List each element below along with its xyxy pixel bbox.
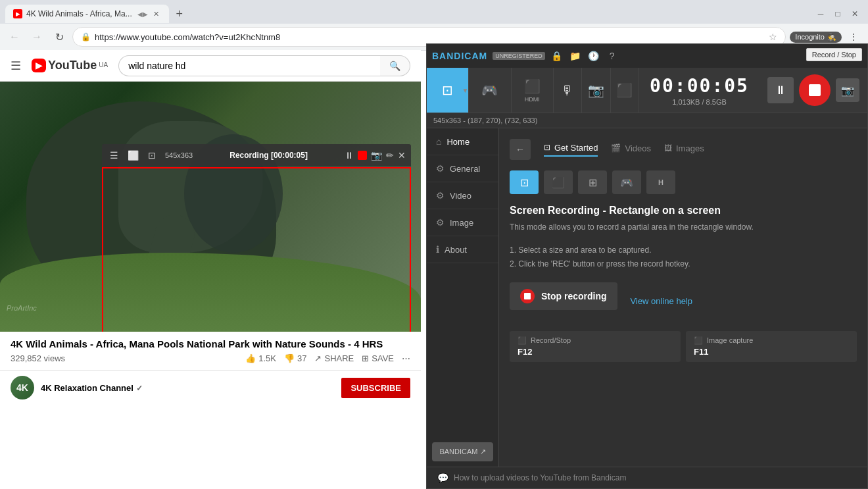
like-count: 1.5K (258, 353, 276, 363)
device-rec-mode-btn[interactable]: ⬛ HDMI (512, 68, 554, 113)
pause-btn[interactable]: ⏸ (767, 77, 794, 103)
nav-about[interactable]: ℹ About (427, 236, 498, 263)
tab-rec-icon: ⊡ (544, 143, 550, 152)
refresh-btn[interactable]: ↻ (50, 28, 68, 46)
url-text: https://www.youtube.com/watch?v=ut2KhcNt… (95, 32, 765, 42)
star-icon[interactable]: ☆ (769, 32, 777, 42)
image-capture-label: ⬛ Image capture (694, 336, 849, 345)
stop-rec-btn[interactable]: Record / Stop (799, 74, 831, 106)
fullscreen-mode-btn[interactable]: ⬛ (544, 170, 573, 194)
storage-btn[interactable]: ⬛ (611, 68, 639, 113)
folder-titlebar-icon[interactable]: 📁 (569, 49, 582, 63)
game-mode-icon: 🎮 (620, 176, 633, 189)
action-row: Stop recording View online help (510, 282, 857, 321)
new-tab-btn[interactable]: + (172, 6, 187, 22)
nav-general[interactable]: ⚙ General (427, 155, 498, 182)
title-bar: ▶ 4K Wild Animals - Africa, Ma... ◀▶ ✕ +… (0, 0, 868, 24)
tab-get-started[interactable]: ⊡ Get Started (544, 143, 598, 157)
frame-icon[interactable]: ⊡ (145, 149, 158, 162)
mic-btn[interactable]: 🎙 (554, 68, 582, 113)
yt-logo[interactable]: ▶ YouTube UA (32, 59, 108, 72)
tab-videos[interactable]: 🎬 Videos (611, 143, 651, 156)
record-stop-hotkey: ⬛ Record/Stop F12 (510, 331, 681, 362)
screen-rec-mode-btn[interactable]: ⊡ ▼ (427, 68, 469, 113)
nav-image-label: Image (450, 218, 473, 228)
nav-image[interactable]: ⚙ Image (427, 209, 498, 236)
save-btn[interactable]: ⊞ SAVE (362, 353, 394, 363)
share-btn[interactable]: ↗ SHARE (314, 353, 354, 363)
back-icon: ← (516, 144, 525, 155)
hdmi-mode-mini-btn[interactable]: H (646, 170, 675, 194)
tab-videos-label: Videos (625, 143, 651, 153)
nav-home[interactable]: ⌂ Home (427, 128, 498, 155)
search-btn[interactable]: 🔍 (380, 55, 410, 76)
minimize-btn[interactable]: ─ (813, 6, 829, 22)
subscribe-btn[interactable]: SUBSCRIBE (341, 378, 410, 398)
nav-video[interactable]: ⚙ Video (427, 182, 498, 209)
titlebar-icons: 🔒 📁 🕐 ? (550, 49, 619, 63)
restore-btn[interactable]: □ (830, 6, 846, 22)
info-bar-text: 545x363 - (187, 270), (732, 633) (433, 116, 537, 124)
rect-mode-btn[interactable]: ⊡ (510, 170, 539, 194)
stop-recording-label: Stop recording (541, 291, 607, 301)
clock-titlebar-icon[interactable]: 🕐 (587, 49, 600, 63)
game-mode-mini-btn[interactable]: 🎮 (612, 170, 641, 194)
lock-icon: 🔒 (81, 32, 91, 41)
video-title: 4K Wild Animals - Africa, Mana Pools Nat… (11, 338, 410, 349)
menu-icon[interactable]: ☰ (107, 149, 121, 162)
close-btn[interactable]: ✕ (847, 6, 863, 22)
image-capture-hotkey: ⬛ Image capture F11 (686, 331, 857, 362)
youtube-page: ☰ ▶ YouTube UA 🔍 ProArtInc ☰ ⬜ ⊡ 545x363… (0, 50, 421, 489)
browser-tab[interactable]: ▶ 4K Wild Animals - Africa, Ma... ◀▶ ✕ (5, 5, 169, 23)
help-titlebar-icon[interactable]: ? (606, 49, 619, 63)
rec-pause-btn[interactable]: ⏸ (345, 150, 354, 161)
view-help-link[interactable]: View online help (631, 296, 692, 306)
like-btn[interactable]: 👍 1.5K (245, 353, 276, 363)
resize-icon[interactable]: ⬜ (125, 149, 141, 162)
bandicam-promote-btn[interactable]: BANDICAM ↗ (432, 442, 493, 461)
tab-get-started-label: Get Started (554, 143, 598, 153)
content-heading: Screen Recording - Rectangle on a screen (510, 205, 857, 217)
game-rec-mode-btn[interactable]: 🎮 (469, 68, 511, 113)
recording-status: Recording [00:00:05] (197, 151, 341, 160)
share-icon: ↗ (314, 353, 322, 363)
dislike-btn[interactable]: 👎 37 (284, 353, 306, 363)
around-mode-btn[interactable]: ⊞ (578, 170, 607, 194)
screenshot-btn[interactable]: 📷 (836, 78, 859, 102)
save-icon: ⊞ (362, 353, 369, 363)
rec-size-label: 545x363 (165, 151, 193, 159)
bandicam-sidebar: ⌂ Home ⚙ General ⚙ Video ⚙ Image ℹ About… (427, 128, 499, 467)
video-area: ProArtInc ☰ ⬜ ⊡ 545x363 Recording [00:00… (0, 82, 421, 332)
home-icon: ⌂ (436, 136, 441, 147)
record-stop-tooltip: Record / Stop (806, 48, 862, 61)
tab-images[interactable]: 🖼 Images (664, 143, 704, 156)
rec-screenshot-btn[interactable]: 📷 (371, 150, 382, 161)
stop-recording-btn[interactable]: Stop recording (510, 282, 617, 310)
fullscreen-icon: ⬛ (552, 176, 565, 189)
tab-audio-icon: ◀▶ (137, 11, 148, 18)
webcam-btn[interactable]: 📷 (582, 68, 610, 113)
share-label: SHARE (324, 353, 354, 363)
hamburger-menu-btn[interactable]: ☰ (11, 59, 21, 73)
rec-pen-btn[interactable]: ✏ (386, 150, 394, 161)
video-actions: 👍 1.5K 👎 37 ↗ SHARE ⊞ SAVE ⋯ (245, 353, 410, 363)
nav-general-label: General (450, 164, 480, 174)
rec-stop-btn[interactable] (358, 151, 367, 160)
channel-row: 4K 4K Relaxation Channel ✓ SUBSCRIBE (0, 370, 421, 405)
record-stop-icon: ⬛ (518, 336, 527, 345)
search-input[interactable] (118, 55, 380, 76)
webcam-icon: 📷 (588, 82, 604, 98)
window-controls: ─ □ ✕ (813, 6, 863, 22)
back-btn[interactable]: ← (5, 28, 24, 46)
more-btn[interactable]: ⋯ (402, 353, 410, 363)
tab-close-btn[interactable]: ✕ (152, 9, 161, 18)
forward-btn[interactable]: → (28, 28, 46, 46)
content-steps: 1. Select a size and area to be captured… (510, 244, 857, 272)
tab-bar: ← ⊡ Get Started 🎬 Videos 🖼 Images (510, 139, 857, 160)
back-arrow-btn[interactable]: ← (510, 139, 531, 160)
lock-titlebar-icon[interactable]: 🔒 (550, 49, 564, 63)
bandicam-titlebar: BANDICAM UNREGISTERED 🔒 📁 🕐 ? ─ □ ✕ (427, 44, 867, 68)
record-stop-label: ⬛ Record/Stop (518, 336, 673, 345)
dislike-icon: 👎 (284, 353, 295, 363)
rec-close-btn[interactable]: ✕ (398, 150, 406, 161)
